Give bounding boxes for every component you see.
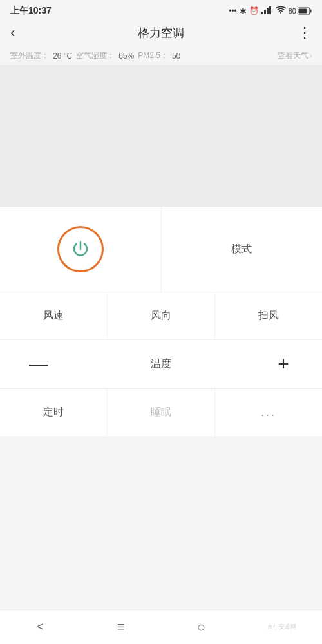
device-image-area xyxy=(0,65,322,207)
extra-row: 定时 睡眠 ... xyxy=(0,388,322,436)
power-cell xyxy=(0,207,162,292)
temp-row: — 温度 + xyxy=(0,340,322,388)
decrease-temp-button[interactable]: — xyxy=(26,353,52,375)
nav-back-icon: < xyxy=(37,620,44,634)
more-button[interactable]: ⋮ xyxy=(292,24,312,41)
temp-label: 温度 xyxy=(151,357,171,371)
wifi-icon xyxy=(276,6,286,16)
nav-home-icon: ○ xyxy=(197,619,205,636)
header: ‹ 格力空调 ⋮ xyxy=(0,19,322,46)
bottom-nav: < ≡ ○ 火牛安卓网 xyxy=(0,609,322,644)
svg-rect-1 xyxy=(264,10,266,14)
temp-value: 26 °C xyxy=(53,52,72,61)
chevron-right-icon: › xyxy=(310,52,312,59)
power-button[interactable] xyxy=(57,226,104,272)
status-time: 上午10:37 xyxy=(10,5,52,17)
humidity-label: 空气湿度： xyxy=(76,50,115,61)
back-button[interactable]: ‹ xyxy=(10,24,30,41)
status-icons: ••• ✱ ⏰ 80 xyxy=(229,6,312,16)
sleep-cell[interactable]: 睡眠 xyxy=(108,389,215,436)
svg-rect-6 xyxy=(299,9,307,14)
battery-icon: 80 xyxy=(289,7,312,15)
watermark-area xyxy=(0,436,322,471)
svg-rect-2 xyxy=(267,8,269,14)
humidity-value: 65% xyxy=(118,52,134,61)
more-cell[interactable]: ... xyxy=(215,389,322,436)
power-icon xyxy=(70,239,91,260)
timer-label: 定时 xyxy=(43,406,64,419)
brand-text: 火牛安卓网 xyxy=(267,623,296,631)
svg-rect-0 xyxy=(261,12,263,14)
increase-temp-button[interactable]: + xyxy=(270,353,296,375)
sleep-label: 睡眠 xyxy=(151,406,171,419)
pm25-value: 50 xyxy=(172,52,180,61)
status-bar: 上午10:37 ••• ✱ ⏰ 80 xyxy=(0,0,322,19)
weather-bar: 室外温度： 26 °C 空气湿度： 65% PM2.5： 50 查看天气 › xyxy=(0,46,322,65)
svg-rect-3 xyxy=(269,6,271,14)
mode-cell[interactable]: 模式 xyxy=(162,207,323,292)
temp-label: 室外温度： xyxy=(10,50,49,61)
nav-brand-area: 火牛安卓网 xyxy=(242,623,322,631)
wind-row: 风速 风向 扫风 xyxy=(0,292,322,340)
more-dots-label: ... xyxy=(261,406,276,419)
signal-icon xyxy=(261,6,273,16)
swing-cell[interactable]: 扫风 xyxy=(215,292,322,339)
control-grid: 模式 风速 风向 扫风 — 温度 + 定时 睡眠 ... xyxy=(0,207,322,436)
wind-speed-label: 风速 xyxy=(43,309,64,323)
wind-speed-cell[interactable]: 风速 xyxy=(0,292,108,339)
wind-direction-cell[interactable]: 风向 xyxy=(108,292,215,339)
nav-menu-button[interactable]: ≡ xyxy=(80,620,161,634)
page-title: 格力空调 xyxy=(30,25,292,41)
svg-rect-5 xyxy=(310,10,312,13)
nav-home-button[interactable]: ○ xyxy=(161,619,242,636)
nav-menu-icon: ≡ xyxy=(117,620,125,634)
bluetooth-icon: ••• xyxy=(229,6,237,15)
alarm-icon: ⏰ xyxy=(249,6,259,15)
bluetooth-symbol: ✱ xyxy=(240,6,247,16)
pm25-label: PM2.5： xyxy=(138,50,168,61)
timer-cell[interactable]: 定时 xyxy=(0,389,108,436)
wind-direction-label: 风向 xyxy=(151,309,171,323)
power-mode-row: 模式 xyxy=(0,207,322,292)
mode-label: 模式 xyxy=(231,243,252,256)
swing-label: 扫风 xyxy=(258,309,279,323)
weather-link[interactable]: 查看天气 › xyxy=(278,50,312,61)
nav-back-button[interactable]: < xyxy=(0,620,80,634)
